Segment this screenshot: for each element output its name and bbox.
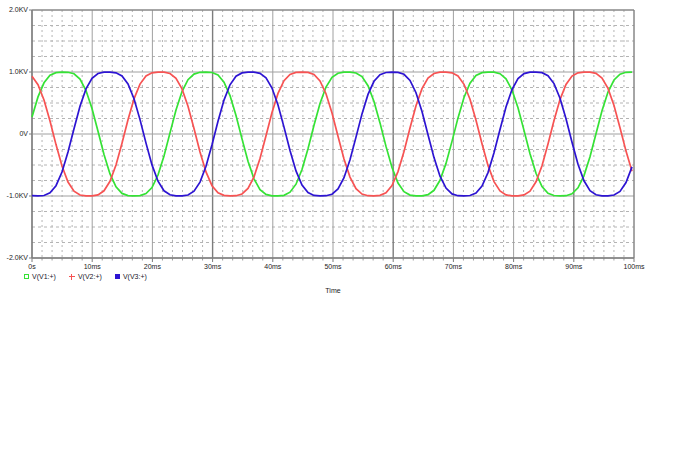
legend-trace-name: V(V1:+) <box>32 273 56 280</box>
probe-plot-window: 2.0KV1.0KV0V-1.0KV-2.0KV 0s10ms20ms30ms4… <box>0 0 674 466</box>
x-tick-label: 20ms <box>144 263 161 271</box>
x-tick-label: 0s <box>28 263 35 271</box>
y-tick-label: -1.0KV <box>0 192 28 200</box>
legend-marker-plus-icon <box>69 274 75 280</box>
legend-trace-name: V(V2:+) <box>78 273 102 280</box>
trace-legend: V(V1:+)V(V2:+)V(V3:+) <box>24 273 147 280</box>
y-tick-label: 1.0KV <box>0 68 28 76</box>
x-tick-label: 60ms <box>385 263 402 271</box>
x-tick-label: 30ms <box>204 263 221 271</box>
legend-item-1[interactable]: V(V1:+) <box>24 273 56 280</box>
x-tick-label: 90ms <box>565 263 582 271</box>
x-tick-label: 100ms <box>623 263 644 271</box>
legend-marker-square-outline-icon <box>24 274 29 279</box>
x-tick-label: 50ms <box>324 263 341 271</box>
x-tick-label: 80ms <box>505 263 522 271</box>
y-tick-label: 0V <box>0 130 28 138</box>
x-tick-label: 10ms <box>84 263 101 271</box>
x-axis-title: Time <box>325 287 340 294</box>
x-tick-label: 70ms <box>445 263 462 271</box>
legend-marker-square-filled-icon <box>115 274 120 279</box>
legend-item-3[interactable]: V(V3:+) <box>115 273 147 280</box>
x-tick-label: 40ms <box>264 263 281 271</box>
y-tick-label: 2.0KV <box>0 6 28 14</box>
legend-trace-name: V(V3:+) <box>123 273 147 280</box>
legend-item-2[interactable]: V(V2:+) <box>69 273 102 280</box>
y-tick-label: -2.0KV <box>0 254 28 262</box>
waveform-plot-canvas <box>0 0 674 300</box>
